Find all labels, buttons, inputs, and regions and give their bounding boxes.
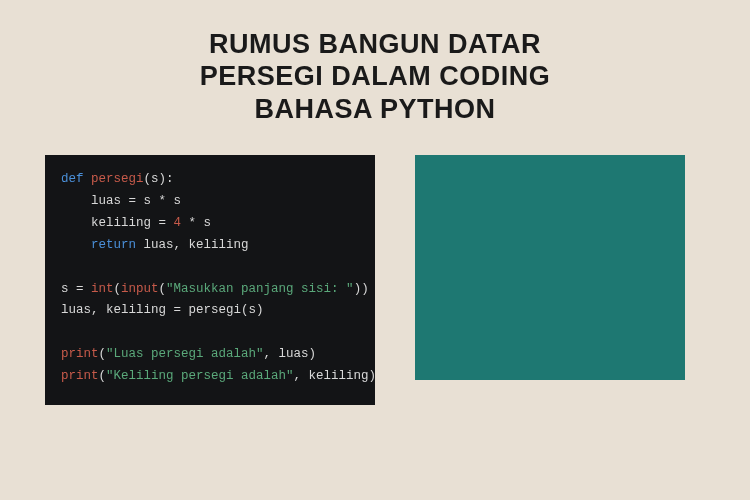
param-s: (s): — [144, 172, 174, 186]
builtin-print-2: print — [61, 369, 99, 383]
builtin-input: input — [121, 282, 159, 296]
expr-keliling-tail: * s — [181, 216, 211, 230]
keyword-def: def — [61, 172, 84, 186]
teal-placeholder-box — [415, 155, 685, 380]
number-4: 4 — [174, 216, 182, 230]
paren-close-2: )) — [354, 282, 369, 296]
p1-open: ( — [99, 347, 107, 361]
expr-luas: s * s — [144, 194, 182, 208]
op-eq1: = — [129, 194, 144, 208]
p2-tail: , keliling) — [294, 369, 377, 383]
paren-open-1: ( — [114, 282, 122, 296]
builtin-int: int — [91, 282, 114, 296]
p1-tail: , luas) — [264, 347, 317, 361]
op-eq3: = — [76, 282, 91, 296]
unpack-vars: luas, keliling — [61, 303, 174, 317]
call-persegi: persegi(s) — [189, 303, 264, 317]
string-luas: "Luas persegi adalah" — [106, 347, 264, 361]
return-values: luas, keliling — [136, 238, 249, 252]
code-line-keliling: keliling — [61, 216, 159, 230]
op-eq4: = — [174, 303, 189, 317]
paren-open-2: ( — [159, 282, 167, 296]
builtin-print-1: print — [61, 347, 99, 361]
p2-open: ( — [99, 369, 107, 383]
title-line-2: PERSEGI DALAM CODING — [120, 60, 630, 92]
var-s: s — [61, 282, 76, 296]
title-line-1: RUMUS BANGUN DATAR — [120, 28, 630, 60]
string-prompt: "Masukkan panjang sisi: " — [166, 282, 354, 296]
keyword-return: return — [61, 238, 136, 252]
code-line-luas: luas — [61, 194, 129, 208]
content-row: def persegi(s): luas = s * s keliling = … — [0, 125, 750, 405]
string-keliling: "Keliling persegi adalah" — [106, 369, 294, 383]
python-code-block: def persegi(s): luas = s * s keliling = … — [45, 155, 375, 405]
function-name-persegi: persegi — [91, 172, 144, 186]
page-title: RUMUS BANGUN DATAR PERSEGI DALAM CODING … — [0, 0, 750, 125]
op-eq2: = — [159, 216, 174, 230]
title-line-3: BAHASA PYTHON — [120, 93, 630, 125]
